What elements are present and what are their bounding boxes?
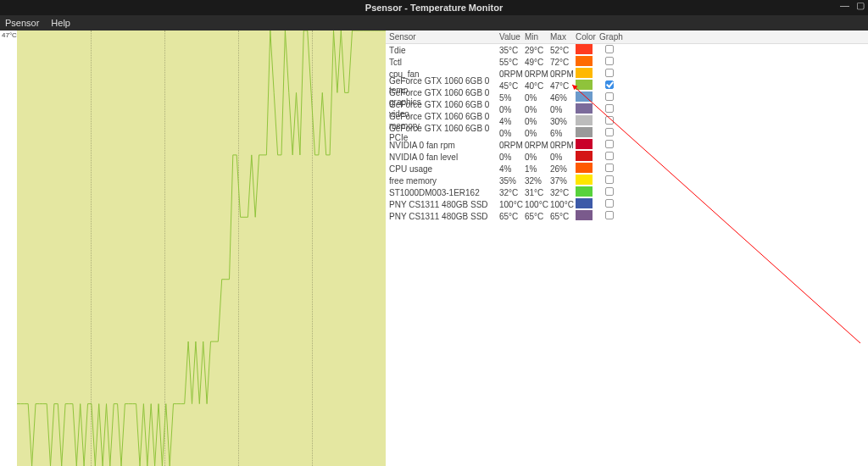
graph-checkbox[interactable]	[605, 80, 614, 89]
cell-min: 0RPM	[521, 139, 547, 152]
cell-min: 0RPM	[521, 68, 547, 80]
cell-sensor: CPU usage	[386, 163, 496, 175]
cell-max: 100°C	[547, 198, 572, 211]
cell-min: 32%	[521, 175, 547, 187]
graph-checkbox[interactable]	[605, 187, 614, 196]
cell-max: 72°C	[547, 56, 572, 69]
cell-max: 47°C	[547, 80, 572, 92]
cell-sensor: Tctl	[386, 56, 496, 69]
cell-value: 4%	[496, 115, 521, 128]
cell-min: 0%	[521, 103, 547, 116]
table-row[interactable]: PNY CS1311 480GB SSD100°C100°C100°C	[386, 198, 868, 210]
header-min[interactable]: Min	[521, 31, 547, 43]
menu-psensor[interactable]: Psensor	[5, 18, 39, 28]
graph-checkbox[interactable]	[605, 175, 614, 184]
cell-min: 40°C	[521, 80, 547, 92]
header-value[interactable]: Value	[496, 31, 521, 43]
cell-min: 49°C	[521, 56, 547, 69]
cell-max: 30%	[547, 115, 572, 128]
cell-sensor: NVIDIA 0 fan level	[386, 151, 496, 164]
cell-max: 37%	[547, 175, 572, 187]
table-row[interactable]: PNY CS1311 480GB SSD65°C65°C65°C	[386, 210, 868, 222]
cell-sensor: ST1000DM003-1ER162	[386, 186, 496, 199]
content: 47°C Sensor Value Min Max Color Graph Td…	[0, 31, 868, 466]
cell-min: 100°C	[521, 198, 547, 211]
graph-checkbox[interactable]	[605, 92, 614, 101]
graph-checkbox[interactable]	[605, 164, 614, 172]
table-row[interactable]: free memory35%32%37%	[386, 175, 868, 186]
graph-checkbox[interactable]	[605, 140, 614, 148]
cell-value: 0%	[496, 127, 521, 140]
cell-value: 0RPM	[496, 139, 521, 152]
titlebar: Psensor - Temperature Monitor — ▢	[0, 0, 868, 15]
cell-value: 65°C	[496, 210, 521, 223]
table-row[interactable]: Tdie35°C29°C52°C	[386, 44, 868, 56]
graph-checkbox[interactable]	[605, 57, 614, 65]
cell-sensor: PNY CS1311 480GB SSD	[386, 198, 496, 211]
cell-value: 55°C	[496, 56, 521, 69]
cell-value: 5%	[496, 92, 521, 104]
cell-sensor: Tdie	[386, 44, 496, 57]
table-body: Tdie35°C29°C52°CTctl55°C49°C72°Ccpu_fan0…	[386, 44, 868, 222]
menubar: Psensor Help	[0, 15, 868, 31]
header-graph[interactable]: Graph	[596, 31, 623, 43]
minimize-icon[interactable]: —	[840, 0, 849, 11]
table-row[interactable]: ST1000DM003-1ER16232°C31°C32°C	[386, 186, 868, 198]
cell-value: 0RPM	[496, 68, 521, 80]
cell-graph[interactable]	[596, 209, 623, 223]
cell-sensor: PNY CS1311 480GB SSD	[386, 210, 496, 223]
cell-max: 32°C	[547, 186, 572, 199]
cell-value: 0%	[496, 103, 521, 116]
cell-max: 0RPM	[547, 68, 572, 80]
graph-checkbox[interactable]	[605, 45, 614, 53]
chart-svg	[17, 31, 386, 466]
cell-max: 52°C	[547, 44, 572, 57]
header-max[interactable]: Max	[547, 31, 572, 43]
table-row[interactable]: NVIDIA 0 fan rpm0RPM0RPM0RPM	[386, 139, 868, 151]
graph-checkbox[interactable]	[605, 211, 614, 219]
graph-checkbox[interactable]	[605, 199, 614, 208]
cell-min: 0%	[521, 115, 547, 128]
cell-value: 4%	[496, 163, 521, 175]
cell-max: 65°C	[547, 210, 572, 223]
cell-value: 32°C	[496, 186, 521, 199]
graph-pane: 47°C	[0, 31, 386, 466]
cell-max: 0RPM	[547, 139, 572, 152]
cell-value: 35%	[496, 175, 521, 187]
cell-max: 0%	[547, 151, 572, 164]
table-row[interactable]: CPU usage4%1%26%	[386, 163, 868, 175]
cell-min: 1%	[521, 163, 547, 175]
graph-checkbox[interactable]	[605, 128, 614, 136]
window-title: Psensor - Temperature Monitor	[365, 3, 503, 13]
sensor-table: Sensor Value Min Max Color Graph Tdie35°…	[386, 31, 868, 466]
cell-color[interactable]	[572, 208, 596, 224]
graph-area[interactable]	[17, 31, 386, 466]
cell-value: 35°C	[496, 44, 521, 57]
header-color[interactable]: Color	[572, 31, 596, 43]
table-row[interactable]: Tctl55°C49°C72°C	[386, 56, 868, 68]
cell-min: 0%	[521, 127, 547, 140]
cell-sensor: free memory	[386, 175, 496, 187]
cell-max: 46%	[547, 92, 572, 104]
table-row[interactable]: GeForce GTX 1060 6GB 0 PCIe0%0%6%	[386, 127, 868, 139]
cell-value: 45°C	[496, 80, 521, 92]
cell-min: 65°C	[521, 210, 547, 223]
graph-checkbox[interactable]	[605, 69, 614, 77]
graph-checkbox[interactable]	[605, 152, 614, 160]
cell-max: 26%	[547, 163, 572, 175]
graph-checkbox[interactable]	[605, 104, 614, 113]
cell-sensor: NVIDIA 0 fan rpm	[386, 139, 496, 152]
y-axis-label: 47°C	[2, 31, 17, 39]
header-sensor[interactable]: Sensor	[386, 31, 496, 43]
window-controls: — ▢	[840, 0, 865, 11]
graph-checkbox[interactable]	[605, 116, 614, 125]
cell-max: 6%	[547, 127, 572, 140]
cell-min: 29°C	[521, 44, 547, 57]
menu-help[interactable]: Help	[51, 18, 70, 28]
table-header: Sensor Value Min Max Color Graph	[386, 31, 868, 44]
cell-value: 100°C	[496, 198, 521, 211]
maximize-icon[interactable]: ▢	[856, 0, 865, 11]
cell-min: 31°C	[521, 186, 547, 199]
cell-value: 0%	[496, 151, 521, 164]
table-row[interactable]: NVIDIA 0 fan level0%0%0%	[386, 151, 868, 163]
